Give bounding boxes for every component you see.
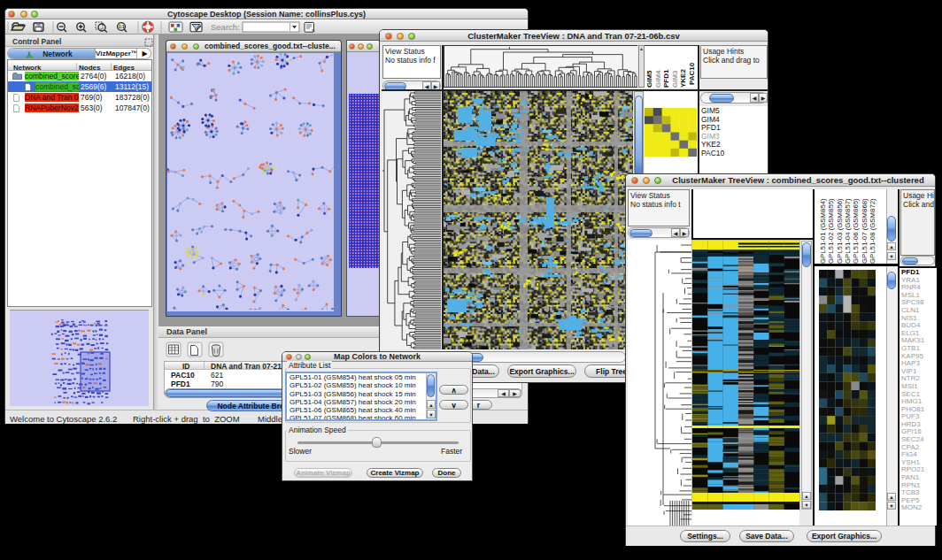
svg-text:1:1: 1:1 [119,25,125,29]
svg-text:GIM5: GIM5 [645,70,653,88]
svg-text:GPL51-06 (GSM865): GPL51-06 (GSM865) [852,198,860,264]
svg-text:GPL51-07 (GSM868): GPL51-07 (GSM868) [861,198,869,264]
svg-text:GPL51-03 (GSM856): GPL51-03 (GSM856) [836,198,844,264]
svg-text:YKE2: YKE2 [679,69,687,88]
svg-text:GPL51-01 (GSM854): GPL51-01 (GSM854) [819,198,827,264]
svg-text:PAC10: PAC10 [688,62,696,85]
svg-text:Search:: Search: [211,22,240,32]
svg-text:GIM4: GIM4 [654,70,662,88]
svg-text:GPL51-04 (GSM857): GPL51-04 (GSM857) [844,198,852,264]
svg-text:GPL51-02 (GSM855): GPL51-02 (GSM855) [827,198,835,264]
svg-text:PFD1: PFD1 [662,69,670,88]
svg-text:GPL51-08 (GSM872): GPL51-08 (GSM872) [869,198,876,264]
svg-text:GIM3: GIM3 [671,70,679,88]
